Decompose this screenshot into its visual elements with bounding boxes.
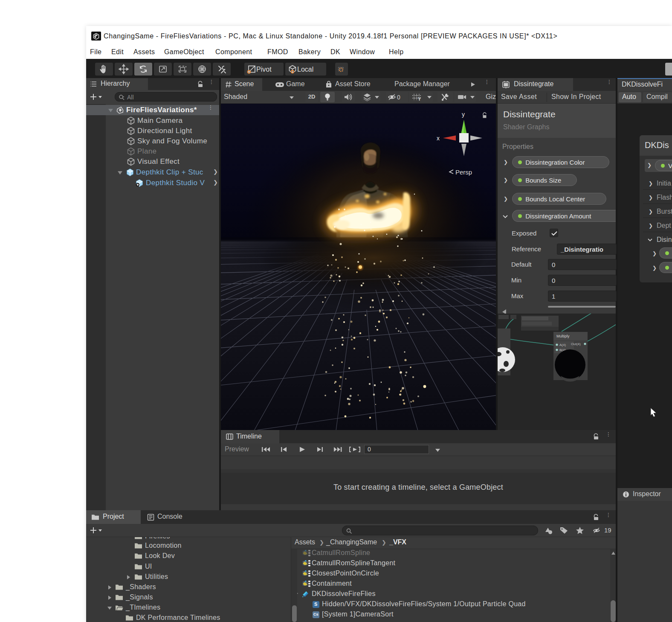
svg-text:Out(4): Out(4)	[571, 342, 581, 346]
svg-text:Persp: Persp	[455, 169, 472, 176]
svg-text:Local: Local	[297, 66, 313, 73]
svg-text:y: y	[462, 111, 465, 118]
svg-text:A(4): A(4)	[559, 343, 566, 347]
svg-text:x: x	[437, 135, 440, 142]
svg-text:Y: Y	[418, 96, 421, 102]
svg-text:0: 0	[397, 94, 400, 101]
svg-text:Multiply: Multiply	[556, 334, 570, 338]
svg-text:Pivot: Pivot	[256, 66, 272, 73]
